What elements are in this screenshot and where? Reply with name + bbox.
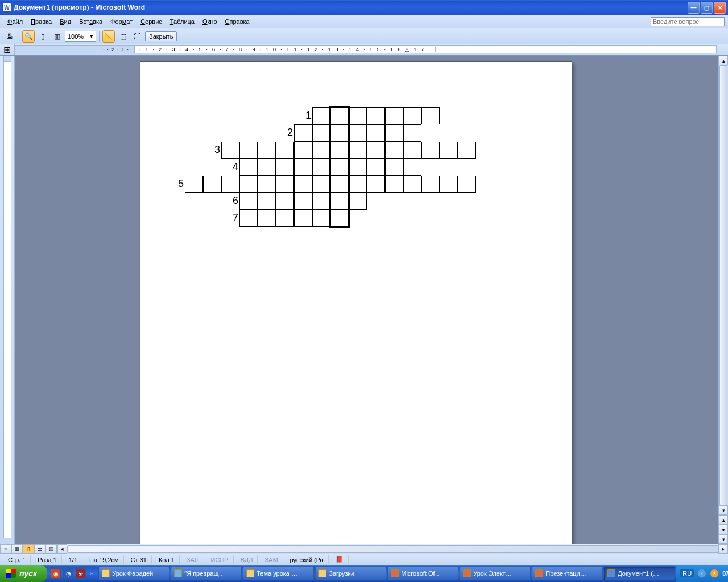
taskbar-app-button[interactable]: Microsoft Of…: [387, 567, 458, 580]
close-preview-button[interactable]: Закрыть: [145, 31, 177, 41]
taskbar-app-label: Документ1 (…: [618, 570, 659, 577]
scroll-down-button[interactable]: ▾: [719, 505, 728, 515]
taskbar-app-icon: [246, 569, 254, 577]
main-area: 1234567 ▴ ▾ ▴ ● ▾: [0, 56, 728, 544]
view-print-button[interactable]: ▯: [23, 544, 34, 554]
taskbar-app-button[interactable]: Тема урока …: [243, 567, 314, 580]
separator: [99, 31, 100, 42]
taskbar-app-button[interactable]: Загрузки: [315, 567, 386, 580]
maximize-button[interactable]: ▢: [701, 2, 713, 14]
menu-file[interactable]: Файл: [3, 17, 27, 26]
ql-icon[interactable]: ◉: [51, 568, 61, 579]
browse-object-button[interactable]: ●: [719, 525, 728, 534]
menu-format[interactable]: Формат: [106, 17, 136, 26]
menu-window[interactable]: Окно: [198, 17, 221, 26]
menu-help[interactable]: Справка: [221, 17, 254, 26]
crossword-cell: [440, 142, 458, 159]
crossword-cell: [440, 176, 458, 193]
zoom-tool-button[interactable]: 🔍: [22, 30, 35, 43]
ruler-horizontal[interactable]: 3 · 2 · 1 · ·1·2·3·4·5·6·7·8·9·10·11·12·…: [15, 44, 728, 55]
status-pages: 1/1: [64, 555, 82, 564]
tray-icon[interactable]: ‹: [697, 569, 706, 578]
status-trk[interactable]: ИСПР: [206, 555, 234, 564]
ruler-button[interactable]: 📐: [102, 30, 115, 43]
one-page-button[interactable]: ▯: [36, 30, 49, 43]
taskbar: пуск ◉ ◔ ※ » Урок Фарадей"Я превращ…Тема…: [0, 565, 728, 582]
help-search-box[interactable]: [651, 17, 725, 26]
status-ovr[interactable]: ЗАМ: [260, 555, 283, 564]
ruler-vertical[interactable]: [0, 56, 15, 544]
menu-tools[interactable]: Сервис: [136, 17, 166, 26]
quick-launch: ◉ ◔ ※ »: [47, 568, 98, 579]
print-button[interactable]: 🖶: [3, 30, 16, 43]
start-button[interactable]: пуск: [0, 565, 47, 582]
scroll-thumb-h[interactable]: [67, 545, 718, 553]
crossword-row-label: 1: [294, 110, 311, 122]
taskbar-app-button[interactable]: Урок Элект…: [460, 567, 531, 580]
status-lang[interactable]: русский (Ро: [286, 555, 329, 564]
status-rec[interactable]: ЗАП: [182, 555, 204, 564]
ql-icon[interactable]: ◔: [63, 568, 73, 579]
scroll-thumb-v[interactable]: [719, 65, 727, 505]
scroll-right-button[interactable]: ▸: [718, 544, 728, 554]
taskbar-app-label: "Я превращ…: [184, 570, 225, 577]
ql-overflow[interactable]: »: [88, 571, 94, 576]
menu-table[interactable]: Таблица: [166, 17, 198, 26]
browse-prev-button[interactable]: ▴: [719, 515, 728, 525]
crossword-cell: [312, 142, 330, 159]
zoom-combo[interactable]: 100%▾: [65, 31, 96, 42]
view-normal-button[interactable]: ≡: [0, 544, 11, 554]
document-area[interactable]: 1234567: [15, 56, 718, 544]
fullscreen-button[interactable]: ⛶: [131, 30, 143, 43]
minimize-button[interactable]: —: [688, 2, 700, 14]
crossword-cell: [349, 159, 367, 176]
status-line: Ст 31: [126, 555, 152, 564]
view-web-button[interactable]: ▦: [11, 544, 23, 554]
menu-view[interactable]: Вид: [56, 17, 75, 26]
multi-page-button[interactable]: ▥: [51, 30, 63, 43]
crossword-cell: [276, 159, 294, 176]
crossword-cell: [221, 176, 239, 193]
scroll-track-v[interactable]: [719, 65, 728, 505]
tray-lang[interactable]: RU: [680, 569, 694, 577]
browse-next-button[interactable]: ▾: [719, 534, 728, 544]
crossword-cell: [312, 176, 330, 193]
crossword-cell: [312, 107, 330, 124]
help-input[interactable]: [651, 17, 725, 26]
crossword-row-label: 4: [221, 161, 238, 173]
crossword-cell: [330, 142, 349, 159]
view-reading-button[interactable]: ▤: [46, 544, 57, 554]
taskbar-app-button[interactable]: Документ1 (…: [604, 567, 675, 580]
crossword-cell: [258, 159, 276, 176]
shrink-fit-button[interactable]: ⬚: [117, 30, 129, 43]
scrollbar-horizontal[interactable]: ◂ ▸: [57, 544, 728, 554]
scroll-track-h[interactable]: [67, 544, 718, 554]
taskbar-app-button[interactable]: "Я превращ…: [171, 567, 242, 580]
scroll-left-button[interactable]: ◂: [57, 544, 67, 554]
scrollbar-vertical[interactable]: ▴ ▾ ▴ ● ▾: [718, 56, 728, 544]
crossword-cell: [367, 107, 385, 124]
tray-icon[interactable]: ☀: [710, 569, 719, 578]
ruler-horizontal-bar: ⊞ 3 · 2 · 1 · ·1·2·3·4·5·6·7·8·9·10·11·1…: [0, 44, 728, 56]
crossword-cell: [458, 142, 476, 159]
crossword-cell: [330, 176, 349, 193]
taskbar-app-button[interactable]: Урок Фарадей: [98, 567, 169, 580]
crossword-cell: [203, 176, 221, 193]
crossword-cell: [258, 193, 276, 210]
taskbar-app-button[interactable]: Презентаци…: [532, 567, 603, 580]
crossword-cell: [403, 176, 421, 193]
view-outline-button[interactable]: ☰: [34, 544, 46, 554]
scroll-up-button[interactable]: ▴: [719, 56, 728, 65]
ql-icon[interactable]: ※: [76, 568, 86, 579]
menu-edit[interactable]: Правка: [27, 17, 56, 26]
status-book-icon[interactable]: 📕: [331, 555, 349, 564]
taskbar-app-label: Загрузки: [329, 570, 354, 577]
crossword-cell: [239, 210, 258, 227]
status-ext[interactable]: ВДЛ: [236, 555, 258, 564]
menu-insert[interactable]: Вставка: [75, 17, 106, 26]
tray-clock[interactable]: 0700: [722, 570, 728, 577]
crossword-cell: [312, 124, 330, 142]
close-button[interactable]: ✕: [714, 2, 726, 14]
status-col: Кол 1: [154, 555, 180, 564]
crossword-cell: [258, 142, 276, 159]
